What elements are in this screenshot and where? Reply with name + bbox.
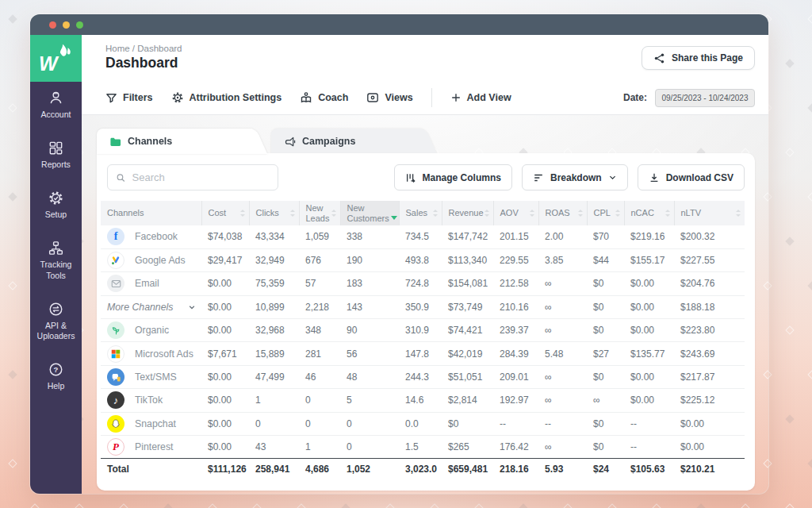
column-header-nltv[interactable]: nLTV (674, 201, 745, 225)
add-view-button[interactable]: Add View (450, 92, 511, 103)
table-row-more-channels[interactable]: More Channels$0.0010,8992,218143350.9$73… (101, 295, 745, 318)
window-titlebar (30, 14, 768, 35)
column-header-new-customers[interactable]: New Customers (340, 201, 399, 225)
value-cell: 5.48 (538, 342, 587, 365)
breakdown-icon (533, 172, 544, 183)
table-row-snapchat[interactable]: Snapchat$0.000000.0$0----$0--$0.00 (101, 412, 745, 435)
download-csv-button[interactable]: Download CSV (638, 164, 745, 190)
value-cell: $227.55 (674, 248, 745, 271)
app-logo[interactable]: W (30, 35, 82, 82)
toolbar: Filters Attribution Settings Coach Views (105, 80, 755, 115)
sort-icon[interactable] (530, 210, 534, 217)
channel-cell-expandable[interactable]: More Channels (107, 302, 198, 313)
sort-icon[interactable] (240, 210, 245, 217)
value-cell: $0.00 (674, 436, 745, 459)
value-cell: 310.9 (399, 319, 442, 342)
value-cell: $217.87 (674, 365, 745, 388)
sort-icon[interactable] (433, 210, 438, 217)
channel-cell: Snapchat (107, 415, 198, 433)
column-header-clicks[interactable]: Clicks (249, 201, 299, 225)
sort-icon[interactable] (485, 210, 489, 217)
sort-icon[interactable] (736, 210, 741, 217)
table-row-google-ads[interactable]: Google Ads$29,41732,949676190493.8$113,3… (101, 248, 745, 271)
value-cell: ∞ (538, 389, 587, 412)
value-cell: 0 (299, 412, 340, 435)
table-row-microsoft-ads[interactable]: Microsoft Ads$7,67115,88928156147.8$42,0… (101, 342, 745, 365)
sidebar-item-api-uploaders[interactable]: API & Uploaders (30, 301, 82, 341)
table-row-text-sms[interactable]: Text/SMS$0.0047,4994648244.3$51,051209.0… (101, 365, 745, 388)
search-input[interactable] (132, 171, 270, 183)
zoom-window-button[interactable] (76, 21, 83, 29)
breakdown-button[interactable]: Breakdown (522, 164, 628, 190)
column-header-roas[interactable]: ROAS (538, 201, 587, 225)
breadcrumb[interactable]: Home / Dashboard (105, 44, 182, 53)
table-row-facebook[interactable]: fFacebook$74,03843,3341,059338734.5$147,… (101, 225, 745, 248)
value-cell: -- (624, 412, 674, 435)
table-row-organic[interactable]: Organic$0.0032,96834890310.9$74,421239.3… (101, 319, 745, 342)
date-range-input[interactable]: 09/25/2023 - 10/24/2023 (655, 89, 755, 107)
minimize-window-button[interactable] (63, 21, 70, 29)
main-area: Home / Dashboard Dashboard Share this Pa… (82, 35, 768, 494)
views-button[interactable]: Views (366, 91, 412, 104)
pinterest-icon: P (107, 438, 124, 456)
sync-icon (48, 301, 64, 318)
sidebar-item-setup[interactable]: Setup (30, 190, 82, 220)
table-row-email[interactable]: Email$0.0075,35957183724.8$154,081212.58… (101, 272, 745, 295)
share-page-button[interactable]: Share this Page (642, 46, 755, 70)
value-cell: $73,749 (442, 295, 493, 318)
organic-icon (107, 321, 124, 339)
value-cell: $0.00 (201, 389, 249, 412)
sort-icon[interactable] (578, 210, 583, 217)
value-cell: 1,059 (299, 225, 340, 248)
sort-icon[interactable] (331, 210, 336, 217)
attribution-settings-button[interactable]: Attribution Settings (171, 91, 282, 104)
sort-icon[interactable] (615, 210, 620, 217)
value-cell: $0 (587, 319, 624, 342)
sidebar-item-tracking-tools[interactable]: Tracking Tools (30, 240, 82, 280)
sidebar-item-reports[interactable]: Reports (30, 140, 82, 170)
value-cell: ∞ (538, 272, 587, 295)
tab-campaigns[interactable]: Campaigns (271, 129, 422, 154)
column-header-sales[interactable]: Sales (399, 201, 442, 225)
download-icon (649, 172, 660, 183)
filters-button[interactable]: Filters (105, 92, 153, 104)
sidebar-item-help[interactable]: ? Help (30, 361, 82, 391)
value-cell: ∞ (538, 319, 587, 342)
sort-icon[interactable] (665, 210, 670, 217)
column-header-revenue[interactable]: Revenue (442, 201, 493, 225)
column-header-cpl[interactable]: CPL (587, 201, 624, 225)
microsoft-ads-icon (107, 345, 124, 363)
column-header-channels[interactable]: Channels (101, 201, 201, 225)
table-row-tiktok[interactable]: ♪TikTok$0.0010514.6$2,814192.97∞∞$0.00$2… (101, 389, 745, 412)
search-box[interactable] (107, 164, 278, 190)
column-header-ncac[interactable]: nCAC (624, 201, 674, 225)
value-cell: 183 (340, 272, 399, 295)
coach-button[interactable]: Coach (300, 91, 348, 104)
value-cell: 10,899 (249, 295, 299, 318)
grid-icon (48, 140, 64, 156)
value-cell: 0 (340, 436, 399, 459)
page-header: Home / Dashboard Dashboard Share this Pa… (82, 35, 768, 115)
value-cell: 56 (340, 342, 399, 365)
search-icon (116, 172, 126, 183)
value-cell: 2.00 (538, 225, 587, 248)
column-header-new-leads[interactable]: New Leads (299, 201, 340, 225)
manage-columns-button[interactable]: Manage Columns (394, 164, 512, 190)
close-window-button[interactable] (49, 21, 56, 29)
sidebar-item-account[interactable]: Account (30, 90, 82, 120)
value-cell: 0 (299, 389, 340, 412)
sort-icon[interactable] (290, 210, 295, 217)
tab-channels[interactable]: Channels (97, 129, 252, 154)
value-cell: 192.97 (493, 389, 538, 412)
value-cell: $0.00 (201, 295, 249, 318)
value-cell: 176.42 (493, 436, 538, 459)
value-cell: 0 (249, 412, 299, 435)
toolbar-separator (431, 88, 432, 107)
sidebar-nav: Account Reports Setup Tracking Tools API… (30, 90, 82, 391)
value-cell: 210.16 (493, 295, 538, 318)
table-row-pinterest[interactable]: PPinterest$0.0043101.5$265176.42∞$0--$0.… (101, 436, 745, 459)
date-range-group: Date: 09/25/2023 - 10/24/2023 (623, 89, 755, 107)
column-header-aov[interactable]: AOV (493, 201, 538, 225)
column-header-cost[interactable]: Cost (201, 201, 249, 225)
value-cell: 244.3 (399, 365, 442, 388)
